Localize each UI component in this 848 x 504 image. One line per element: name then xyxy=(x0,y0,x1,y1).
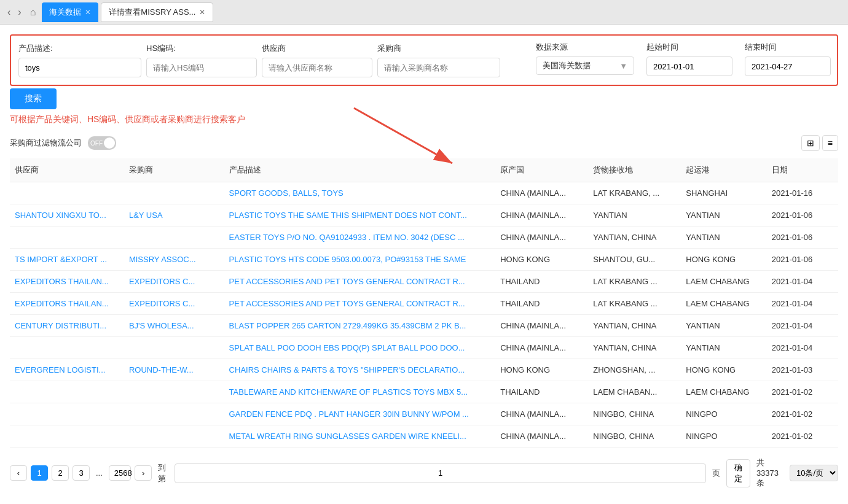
table-row: EXPEDITORS THAILAN...EXPEDITORS C...PET … xyxy=(10,271,838,293)
cell-product-10-link[interactable]: GARDEN FENCE PDQ . PLANT HANGER 30IN BUN… xyxy=(229,409,469,419)
header-product: 产品描述 xyxy=(224,158,496,182)
grid-view-button[interactable]: ⊞ xyxy=(801,135,820,151)
tab-customs-data[interactable]: 海关数据 ✕ xyxy=(42,2,98,22)
cell-buyer-3[interactable]: MISSRY ASSOC... xyxy=(124,249,224,271)
cell-supplier-6-link[interactable]: CENTURY DISTRIBUTI... xyxy=(15,321,106,330)
hs-input[interactable] xyxy=(146,58,257,77)
cell-product-8[interactable]: CHAIRS CHAIRS & PARTS & TOYS "SHIPPER'S … xyxy=(224,359,496,381)
cell-supplier-6[interactable]: CENTURY DISTRIBUTI... xyxy=(10,315,124,337)
cell-product-11-link[interactable]: METAL WREATH RING SUNGLASSES GARDEN WIRE… xyxy=(229,432,466,441)
start-time-label: 起始时间 xyxy=(646,42,678,52)
data-source-select[interactable]: 美国海关数据 ▼ xyxy=(536,56,634,75)
start-time-input[interactable] xyxy=(646,56,732,76)
cell-product-10[interactable]: GARDEN FENCE PDQ . PLANT HANGER 30IN BUN… xyxy=(224,403,496,425)
cell-product-4[interactable]: PET ACCESSORIES AND PET TOYS GENERAL CON… xyxy=(224,271,496,293)
forward-button[interactable]: › xyxy=(15,7,23,18)
home-button[interactable]: ⌂ xyxy=(26,7,40,18)
cell-origin-7: CHINA (MAINLA... xyxy=(495,337,588,359)
cell-dest-10: NINGBO, CHINA xyxy=(588,403,681,425)
cell-buyer-6[interactable]: BJ'S WHOLESA... xyxy=(124,315,224,337)
cell-supplier-5[interactable]: EXPEDITORS THAILAN... xyxy=(10,293,124,315)
cell-origin-5: THAILAND xyxy=(495,293,588,315)
cell-product-1[interactable]: PLASTIC TOYS THE SAME THIS SHIPMENT DOES… xyxy=(224,204,496,227)
header-supplier: 供应商 xyxy=(10,158,124,182)
cell-product-9[interactable]: TABLEWARE AND KITCHENWARE OF PLASTICS TO… xyxy=(224,381,496,403)
cell-product-9-link[interactable]: TABLEWARE AND KITCHENWARE OF PLASTICS TO… xyxy=(229,387,468,397)
cell-date-11: 2021-01-02 xyxy=(767,425,838,448)
page-2-button[interactable]: 2 xyxy=(52,465,69,481)
cell-product-4-link[interactable]: PET ACCESSORIES AND PET TOYS GENERAL CON… xyxy=(229,277,465,286)
cell-supplier-3[interactable]: TS IMPORT &EXPORT ... xyxy=(10,249,124,271)
cell-product-0-link[interactable]: SPORT GOODS, BALLS, TOYS xyxy=(229,188,344,198)
product-input[interactable] xyxy=(18,58,141,77)
cell-supplier-10 xyxy=(10,403,124,425)
cell-product-7-link[interactable]: SPLAT BALL POO DOOH EBS PDQ(P) SPLAT BAL… xyxy=(229,343,465,352)
cell-supplier-4[interactable]: EXPEDITORS THAILAN... xyxy=(10,271,124,293)
cell-supplier-3-link[interactable]: TS IMPORT &EXPORT ... xyxy=(15,255,107,264)
buyer-input[interactable] xyxy=(377,58,500,77)
search-button[interactable]: 搜索 xyxy=(10,88,57,109)
tab-customs-close-icon[interactable]: ✕ xyxy=(85,8,91,17)
cell-buyer-6-link[interactable]: BJ'S WHOLESA... xyxy=(129,321,194,330)
cell-product-6-link[interactable]: BLAST POPPER 265 CARTON 2729.499KG 35.43… xyxy=(229,321,466,330)
goto-input[interactable] xyxy=(175,463,707,483)
cell-buyer-5[interactable]: EXPEDITORS C... xyxy=(124,293,224,315)
next-page-button[interactable]: › xyxy=(135,465,152,481)
cell-product-11[interactable]: METAL WREATH RING SUNGLASSES GARDEN WIRE… xyxy=(224,425,496,448)
cell-product-7[interactable]: SPLAT BALL POO DOOH EBS PDQ(P) SPLAT BAL… xyxy=(224,337,496,359)
cell-buyer-1[interactable]: L&Y USA xyxy=(124,204,224,227)
table-row: CENTURY DISTRIBUTI...BJ'S WHOLESA...BLAS… xyxy=(10,315,838,337)
page-1-button[interactable]: 1 xyxy=(31,465,48,481)
cell-supplier-8[interactable]: EVERGREEN LOGISTI... xyxy=(10,359,124,381)
cell-dest-5: LAT KRABANG ... xyxy=(588,293,681,315)
cell-product-1-link[interactable]: PLASTIC TOYS THE SAME THIS SHIPMENT DOES… xyxy=(229,211,467,220)
hs-label: HS编码: xyxy=(146,44,176,53)
cell-product-8-link[interactable]: CHAIRS CHAIRS & PARTS & TOYS "SHIPPER'S … xyxy=(229,365,465,374)
logistics-filter-toggle[interactable]: OFF xyxy=(88,136,116,150)
cell-buyer-3-link[interactable]: MISSRY ASSOC... xyxy=(129,255,196,264)
cell-dest-11: NINGBO, CHINA xyxy=(588,425,681,448)
cell-product-6[interactable]: BLAST POPPER 265 CARTON 2729.499KG 35.43… xyxy=(224,315,496,337)
cell-dest-2: YANTIAN, CHINA xyxy=(588,227,681,249)
page-last-button[interactable]: 2568 xyxy=(109,465,131,481)
page-unit: 页 xyxy=(712,468,720,479)
cell-product-5-link[interactable]: PET ACCESSORIES AND PET TOYS GENERAL CON… xyxy=(229,299,465,308)
tab-missry-detail[interactable]: 详情查看MISSRY ASS... ✕ xyxy=(101,2,213,22)
tab-customs-data-label: 海关数据 xyxy=(49,7,81,18)
cell-product-0[interactable]: SPORT GOODS, BALLS, TOYS xyxy=(224,182,496,204)
cell-product-5[interactable]: PET ACCESSORIES AND PET TOYS GENERAL CON… xyxy=(224,293,496,315)
back-button[interactable]: ‹ xyxy=(5,7,13,18)
filter-label: 采购商过滤物流公司 xyxy=(10,138,82,149)
cell-supplier-1[interactable]: SHANTOU XINGXU TO... xyxy=(10,204,124,227)
cell-product-2-link[interactable]: EASTER TOYS P/O NO. QA91024933 . ITEM NO… xyxy=(229,233,465,242)
cell-buyer-4[interactable]: EXPEDITORS C... xyxy=(124,271,224,293)
cell-buyer-4-link[interactable]: EXPEDITORS C... xyxy=(129,277,195,286)
cell-buyer-8[interactable]: ROUND-THE-W... xyxy=(124,359,224,381)
prev-page-button[interactable]: ‹ xyxy=(10,465,27,481)
tab-missry-close-icon[interactable]: ✕ xyxy=(199,8,205,17)
table-row: SPORT GOODS, BALLS, TOYSCHINA (MAINLA...… xyxy=(10,182,838,204)
cell-product-3-link[interactable]: PLASTIC TOYS HTS CODE 9503.00.0073, PO#9… xyxy=(229,255,466,264)
cell-supplier-4-link[interactable]: EXPEDITORS THAILAN... xyxy=(15,277,109,286)
cell-supplier-1-link[interactable]: SHANTOU XINGXU TO... xyxy=(15,211,106,220)
data-table: 供应商 采购商 产品描述 原产国 货物接收地 起运港 日期 SPORT GOOD… xyxy=(10,158,838,448)
cell-origin-11: CHINA (MAINLA... xyxy=(495,425,588,448)
supplier-input[interactable] xyxy=(262,58,372,77)
cell-buyer-1-link[interactable]: L&Y USA xyxy=(129,211,163,220)
list-view-button[interactable]: ≡ xyxy=(822,135,838,151)
cell-product-3[interactable]: PLASTIC TOYS HTS CODE 9503.00.0073, PO#9… xyxy=(224,249,496,271)
cell-supplier-5-link[interactable]: EXPEDITORS THAILAN... xyxy=(15,299,109,308)
page-3-button[interactable]: 3 xyxy=(73,465,90,481)
cell-product-2[interactable]: EASTER TOYS P/O NO. QA91024933 . ITEM NO… xyxy=(224,227,496,249)
toggle-off-label: OFF xyxy=(90,140,103,147)
header-port: 起运港 xyxy=(681,158,766,182)
table-row: TS IMPORT &EXPORT ...MISSRY ASSOC...PLAS… xyxy=(10,249,838,271)
filter-right: ⊞ ≡ xyxy=(801,135,838,151)
cell-buyer-5-link[interactable]: EXPEDITORS C... xyxy=(129,299,195,308)
cell-supplier-8-link[interactable]: EVERGREEN LOGISTI... xyxy=(15,365,105,374)
end-time-input[interactable] xyxy=(745,56,831,76)
page-size-select[interactable]: 10条/页 xyxy=(790,465,838,481)
header-date: 日期 xyxy=(767,158,838,182)
cell-buyer-8-link[interactable]: ROUND-THE-W... xyxy=(129,365,194,374)
goto-confirm-button[interactable]: 确定 xyxy=(726,459,750,487)
